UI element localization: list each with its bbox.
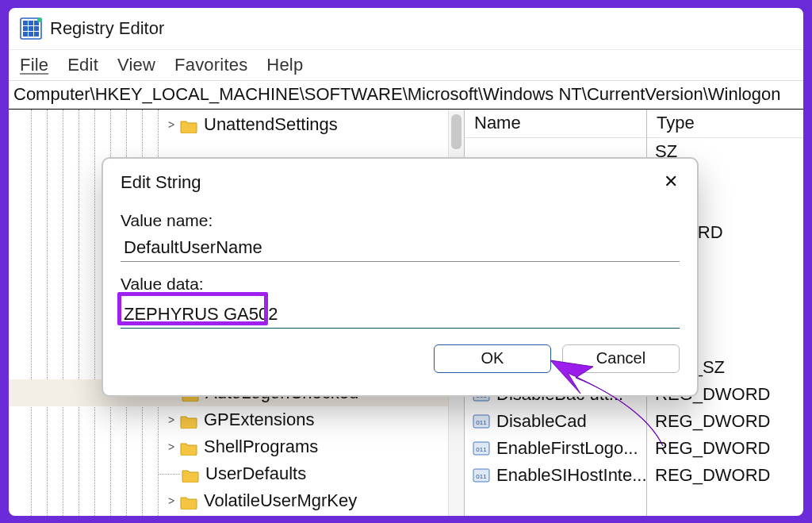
- menu-help[interactable]: Help: [260, 52, 316, 79]
- title-bar: Registry Editor: [9, 8, 803, 49]
- tree-item-label: VolatileUserMgrKey: [204, 490, 357, 511]
- value-name-label: Value name:: [121, 211, 680, 230]
- folder-icon: [180, 440, 197, 454]
- svg-rect-1: [23, 21, 28, 25]
- expander-icon[interactable]: >: [166, 413, 177, 426]
- list-cell[interactable]: 011 EnableFirstLogo...: [465, 435, 646, 462]
- svg-rect-9: [34, 32, 39, 37]
- svg-text:011: 011: [476, 419, 487, 426]
- svg-text:011: 011: [476, 446, 487, 453]
- svg-point-10: [37, 17, 42, 22]
- expander-icon[interactable]: >: [166, 440, 177, 453]
- tree-item-volatileusermgrkey[interactable]: > VolatileUserMgrKey: [9, 487, 464, 514]
- list-cell[interactable]: 011 DisableCad: [465, 408, 646, 435]
- column-header-type[interactable]: Type: [647, 110, 803, 138]
- list-cell: REG_DWORD: [647, 408, 803, 435]
- scrollbar-thumb[interactable]: [451, 114, 462, 149]
- expander-icon[interactable]: >: [166, 494, 177, 507]
- folder-icon: [180, 117, 197, 132]
- column-header-name[interactable]: Name: [465, 110, 646, 138]
- value-data-field[interactable]: [121, 302, 680, 329]
- tree-item-label: UserDefaults: [205, 463, 306, 484]
- svg-rect-2: [29, 21, 33, 25]
- dialog-titlebar: Edit String ✕: [121, 167, 680, 198]
- tree-item-label: ShellPrograms: [204, 436, 318, 457]
- menu-favorites[interactable]: Favorites: [168, 52, 260, 79]
- tree-item-label: UnattendSettings: [204, 114, 338, 135]
- list-cell: REG_DWORD: [647, 435, 803, 462]
- svg-rect-7: [23, 32, 28, 37]
- svg-rect-4: [23, 26, 28, 31]
- dialog-title: Edit String: [121, 172, 201, 193]
- menu-bar: File Edit View Favorites Help: [9, 49, 803, 81]
- app-window: Registry Editor File Edit View Favorites…: [6, 5, 806, 519]
- tree-item-label: GPExtensions: [204, 410, 314, 430]
- svg-rect-8: [29, 32, 33, 37]
- window-title: Registry Editor: [50, 18, 164, 39]
- menu-edit[interactable]: Edit: [61, 52, 111, 79]
- address-bar[interactable]: Computer\HKEY_LOCAL_MACHINE\SOFTWARE\Mic…: [9, 81, 803, 110]
- tree-item-shellprograms[interactable]: > ShellPrograms: [9, 433, 464, 460]
- value-name-field[interactable]: [121, 235, 680, 262]
- list-cell: REG_DWORD: [647, 462, 803, 489]
- tree-item-unattendsettings[interactable]: > UnattendSettings: [9, 111, 464, 138]
- tree-item-gpextensions[interactable]: > GPExtensions: [9, 406, 464, 433]
- svg-rect-5: [29, 26, 33, 31]
- tree-item-userdefaults[interactable]: UserDefaults: [9, 460, 464, 487]
- reg-dword-icon: 011: [473, 413, 490, 429]
- menu-view[interactable]: View: [111, 52, 168, 79]
- folder-icon: [182, 467, 199, 481]
- cancel-button[interactable]: Cancel: [562, 344, 680, 373]
- svg-rect-6: [34, 26, 39, 31]
- expander-icon[interactable]: >: [166, 118, 177, 131]
- reg-dword-icon: 011: [473, 440, 490, 456]
- address-path: Computer\HKEY_LOCAL_MACHINE\SOFTWARE\Mic…: [13, 84, 780, 105]
- close-icon[interactable]: ✕: [662, 174, 680, 191]
- list-cell[interactable]: 011 EnableSIHostInte...: [465, 462, 646, 489]
- registry-editor-icon: [20, 17, 42, 40]
- ok-button[interactable]: OK: [434, 344, 551, 373]
- folder-icon: [180, 494, 197, 508]
- edit-string-dialog: Edit String ✕ Value name: Value data: OK…: [102, 157, 699, 397]
- folder-icon: [180, 413, 197, 427]
- svg-text:011: 011: [476, 473, 487, 480]
- reg-dword-icon: 011: [473, 467, 490, 483]
- value-data-label: Value data:: [121, 275, 680, 294]
- menu-file[interactable]: File: [13, 52, 61, 79]
- dialog-buttons: OK Cancel: [121, 344, 680, 373]
